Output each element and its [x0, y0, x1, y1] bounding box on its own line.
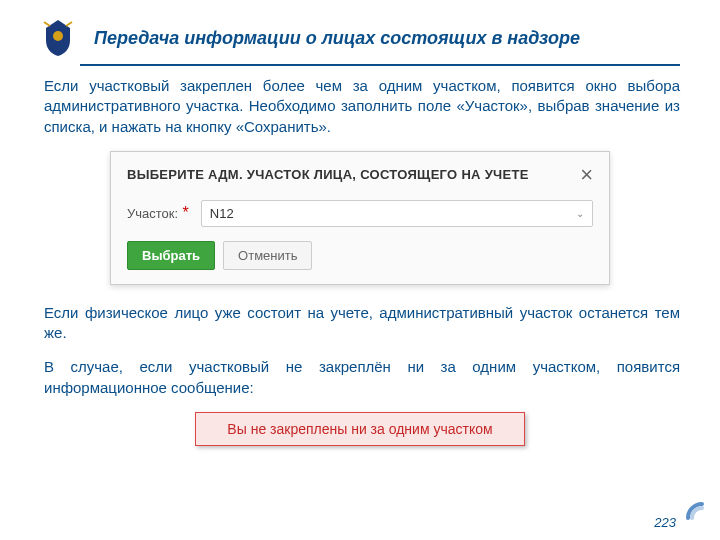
alert-message: Вы не закреплены ни за одним участком — [195, 412, 525, 446]
select-area-dialog: ВЫБЕРИТЕ АДМ. УЧАСТОК ЛИЦА, СОСТОЯЩЕГО Н… — [110, 151, 610, 285]
paragraph-3: В случае, если участковый не закреплён н… — [44, 357, 680, 398]
corner-decoration-icon — [684, 500, 706, 526]
paragraph-2: Если физическое лицо уже состоит на учет… — [44, 303, 680, 344]
select-value: N12 — [210, 206, 234, 221]
field-label: Участок: * — [127, 204, 189, 222]
area-select[interactable]: N12 ⌄ — [201, 200, 593, 227]
paragraph-1: Если участковый закреплен более чем за о… — [44, 76, 680, 137]
title-underline — [80, 64, 680, 66]
emblem-icon — [40, 18, 76, 58]
chevron-down-icon: ⌄ — [576, 208, 584, 219]
close-icon[interactable]: × — [580, 164, 593, 186]
dialog-title: ВЫБЕРИТЕ АДМ. УЧАСТОК ЛИЦА, СОСТОЯЩЕГО Н… — [127, 167, 529, 182]
required-star: * — [183, 204, 189, 221]
cancel-button[interactable]: Отменить — [223, 241, 312, 270]
page-title: Передача информации о лицах состоящих в … — [94, 28, 580, 49]
page-number: 223 — [654, 515, 676, 530]
select-button[interactable]: Выбрать — [127, 241, 215, 270]
svg-point-0 — [53, 31, 63, 41]
